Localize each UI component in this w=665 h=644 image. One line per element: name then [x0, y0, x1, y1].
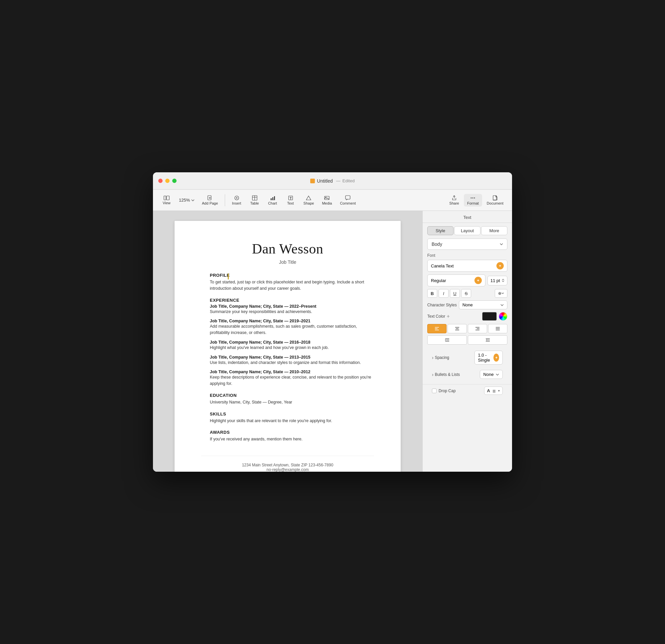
font-style-stepper[interactable] [474, 277, 482, 284]
view-label: View [163, 201, 171, 205]
text-color-row: Text Color [427, 312, 507, 321]
svg-text:T: T [290, 196, 292, 200]
align-left-button[interactable] [427, 324, 446, 333]
svg-point-22 [471, 197, 472, 198]
font-name-value: Canela Text [431, 263, 454, 269]
special-button[interactable]: ⊕ [495, 289, 507, 298]
bullets-toggle[interactable]: Bullets & Lists [432, 372, 460, 377]
page: Dan Wesson Job Title PROFILE To get star… [174, 221, 401, 472]
profile-heading: PROFILE [210, 273, 374, 278]
text-format-row: B I U S ⊕ [427, 289, 507, 298]
format-button[interactable]: Format [464, 194, 482, 206]
job-entry-4: Job Title, Company Name; City, State — 2… [210, 370, 374, 387]
text-button[interactable]: T Text [282, 194, 299, 206]
bullets-section: Bullets & Lists None [423, 369, 512, 384]
add-page-button[interactable]: Add Page [198, 194, 221, 206]
awards-heading: AWARDS [210, 430, 374, 435]
strikethrough-button[interactable]: S [461, 289, 471, 298]
font-name-dropdown[interactable]: Canela Text [427, 260, 507, 272]
share-button[interactable]: Share [446, 194, 462, 206]
drop-cap-dropdown[interactable]: A ▾ [484, 387, 503, 395]
footer-email: no-reply@example.com [201, 467, 374, 472]
traffic-lights [158, 179, 176, 183]
add-page-label: Add Page [202, 201, 218, 205]
paragraph-style-dropdown[interactable]: Body [427, 239, 507, 250]
profile-section: PROFILE To get started, just tap or clic… [201, 273, 374, 442]
job-entry-0: Job Title, Company Name; City, State — 2… [210, 304, 374, 315]
text-label: Text [287, 201, 293, 205]
char-styles-dropdown[interactable]: None [459, 300, 507, 309]
spacing-dropdown[interactable]: 1.0 - Single [474, 351, 503, 365]
job-body-2: Highlight what you've learned and how yo… [210, 345, 374, 351]
indent-increase-button[interactable] [468, 335, 507, 345]
svg-marker-17 [306, 196, 311, 200]
chart-button[interactable]: Chart [264, 194, 281, 206]
spacing-label: Spacing [435, 355, 449, 360]
titlebar: Untitled — Edited [153, 172, 512, 190]
document-button[interactable]: Document [483, 194, 507, 206]
view-button[interactable]: View [158, 194, 175, 206]
share-label: Share [449, 201, 459, 205]
color-wheel[interactable] [499, 312, 507, 321]
window-title: Untitled [317, 178, 332, 184]
page-footer: 1234 Main Street Anytown, State ZIP 123-… [201, 456, 374, 472]
drop-cap-row: Drop Cap A ▾ [432, 387, 503, 395]
font-style-dropdown[interactable]: Regular [427, 274, 486, 287]
alignment-row [427, 324, 507, 333]
spacing-toggle[interactable]: Spacing [432, 355, 449, 360]
tab-layout[interactable]: Layout [454, 226, 480, 235]
table-label: Table [250, 201, 259, 205]
align-right-button[interactable] [468, 324, 487, 333]
svg-rect-20 [345, 196, 350, 199]
drop-cap-label: Drop Cap [439, 388, 482, 393]
indent-row [427, 335, 507, 345]
job-title-1: Job Title, Company Name; City, State — 2… [210, 319, 374, 323]
svg-point-21 [473, 197, 474, 198]
main-area: Dan Wesson Job Title PROFILE To get star… [153, 211, 512, 472]
text-color-label: Text Color [427, 314, 450, 319]
panel-tabs: Style Layout More [423, 223, 512, 239]
media-button[interactable]: Media [319, 194, 335, 206]
minimize-button[interactable] [165, 179, 170, 183]
job-title-4: Job Title, Company Name; City, State — 2… [210, 370, 374, 374]
text-color-swatch[interactable] [482, 312, 497, 321]
job-title-0: Job Title, Company Name; City, State — 2… [210, 304, 374, 309]
font-size-field[interactable]: 11 pt [488, 276, 507, 286]
comment-button[interactable]: Comment [337, 194, 359, 206]
drop-cap-icon: A [487, 388, 490, 393]
bullets-dropdown[interactable]: None [480, 370, 503, 379]
maximize-button[interactable] [172, 179, 176, 183]
awards-body: If you've received any awards, mention t… [210, 436, 374, 442]
tab-more[interactable]: More [481, 226, 507, 235]
tab-style[interactable]: Style [427, 226, 454, 235]
close-button[interactable] [158, 179, 163, 183]
skills-body: Highlight your skills that are relevant … [210, 418, 374, 424]
bullets-value: None [483, 372, 494, 377]
bullets-label: Bullets & Lists [435, 372, 460, 377]
job-body-3: Use lists, indentation, and character st… [210, 360, 374, 366]
accent-bar [228, 273, 229, 279]
job-entry-1: Job Title, Company Name; City, State — 2… [210, 319, 374, 336]
document-area[interactable]: Dan Wesson Job Title PROFILE To get star… [153, 211, 422, 472]
drop-cap-chevron: ▾ [498, 389, 500, 392]
spacing-section: Spacing 1.0 - Single [423, 348, 512, 369]
spacing-stepper[interactable] [493, 354, 499, 362]
bold-button[interactable]: B [427, 289, 437, 298]
svg-rect-1 [167, 196, 169, 200]
job-entry-2: Job Title, Company Name; City, State — 2… [210, 340, 374, 351]
italic-button[interactable]: I [439, 289, 449, 298]
insert-label: Insert [232, 201, 241, 205]
shape-label: Shape [304, 201, 314, 205]
insert-button[interactable]: Insert [228, 194, 245, 206]
underline-button[interactable]: U [450, 289, 460, 298]
table-button[interactable]: Table [246, 194, 263, 206]
align-justify-button[interactable] [488, 324, 507, 333]
font-size-value: 11 pt [491, 278, 500, 283]
font-name-stepper[interactable] [496, 262, 504, 270]
shape-button[interactable]: Shape [300, 194, 318, 206]
zoom-control[interactable]: 125% [176, 196, 197, 204]
align-center-button[interactable] [448, 324, 467, 333]
drop-cap-checkbox[interactable] [432, 388, 437, 393]
comment-label: Comment [340, 201, 356, 205]
indent-decrease-button[interactable] [427, 335, 467, 345]
